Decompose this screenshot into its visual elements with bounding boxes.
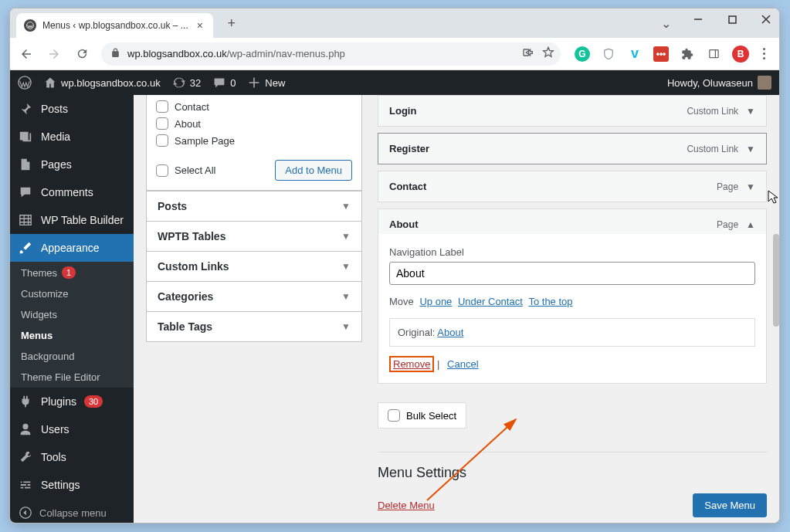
collapse-icon — [18, 505, 33, 520]
accordion-custom-links[interactable]: Custom Links▼ — [146, 252, 362, 282]
sidebar-comments[interactable]: Comments — [10, 178, 134, 206]
scrollbar-thumb[interactable] — [773, 234, 779, 327]
maximize-icon[interactable] — [722, 12, 742, 27]
sidebar-plugins[interactable]: Plugins30 — [10, 388, 134, 415]
extensions-icon[interactable] — [680, 46, 695, 62]
new-tab-button[interactable]: + — [222, 14, 241, 32]
red-ext-icon[interactable]: ••• — [653, 46, 669, 62]
lock-icon — [110, 47, 121, 61]
delete-menu-link[interactable]: Delete Menu — [378, 500, 435, 511]
submenu-background[interactable]: Background — [10, 346, 134, 367]
back-button[interactable] — [15, 42, 38, 66]
add-to-menu-button[interactable]: Add to Menu — [275, 160, 352, 181]
move-row: Move Up one Under Contact To the top — [389, 296, 755, 307]
chk-select-all[interactable]: Select All — [156, 162, 215, 179]
svg-rect-6 — [709, 50, 717, 58]
accordion-posts[interactable]: Posts▼ — [146, 191, 362, 222]
move-to-top[interactable]: To the top — [528, 296, 572, 307]
menu-structure-column: Login Custom Link▼ Register Custom Link▼… — [378, 95, 767, 517]
submenu-widgets[interactable]: Widgets — [10, 304, 134, 325]
extensions-area: G v ••• B — [568, 46, 775, 63]
comments-link[interactable]: 0 — [213, 76, 236, 89]
table-icon — [18, 212, 33, 228]
chevron-down-icon: ▼ — [746, 106, 755, 117]
site-link[interactable]: wp.blogsandbox.co.uk — [44, 76, 161, 89]
url-bar[interactable]: wp.blogsandbox.co.uk/wp-admin/nav-menus.… — [101, 42, 561, 66]
wrench-icon — [18, 449, 33, 465]
move-under-contact[interactable]: Under Contact — [458, 296, 523, 307]
chevron-down-icon: ▼ — [341, 231, 351, 242]
sidebar-posts[interactable]: Posts — [10, 95, 134, 123]
bookmark-icon[interactable] — [542, 46, 554, 62]
shield-ext-icon[interactable] — [601, 46, 616, 62]
sidebar-tools[interactable]: Tools — [10, 443, 134, 471]
remove-link[interactable]: Remove — [393, 358, 430, 370]
browser-tab[interactable]: Menus ‹ wp.blogsandbox.co.uk – ... × — [16, 13, 213, 38]
chrome-menu-icon[interactable] — [760, 48, 768, 59]
accordion-categories[interactable]: Categories▼ — [146, 282, 362, 312]
forward-button[interactable] — [42, 42, 66, 66]
address-bar: wp.blogsandbox.co.uk/wp-admin/nav-menus.… — [10, 38, 779, 70]
sidebar-pages[interactable]: Pages — [10, 151, 134, 178]
sidebar-users[interactable]: Users — [10, 415, 134, 443]
cancel-link[interactable]: Cancel — [447, 358, 478, 370]
save-menu-button[interactable]: Save Menu — [693, 493, 767, 517]
vimeo-ext-icon[interactable]: v — [627, 46, 643, 62]
nav-label-input[interactable] — [389, 262, 755, 285]
original-link[interactable]: About — [437, 327, 463, 338]
media-icon — [18, 129, 33, 144]
comment-icon — [18, 185, 33, 200]
collapse-menu[interactable]: Collapse menu — [10, 499, 134, 523]
wp-logo-icon[interactable] — [18, 76, 32, 90]
sidebar-media[interactable]: Media — [10, 123, 134, 151]
accordion-wptb-tables[interactable]: WPTB Tables▼ — [146, 222, 362, 252]
menu-item-register[interactable]: Register Custom Link▼ — [378, 133, 767, 164]
wp-content: Contact About Sample Page Select All Add… — [134, 95, 779, 523]
user-icon — [18, 422, 33, 437]
chk-about[interactable]: About — [156, 115, 352, 132]
nav-label-caption: Navigation Label — [389, 246, 464, 258]
menu-item-contact[interactable]: Contact Page▼ — [378, 171, 767, 202]
bulk-select[interactable]: Bulk Select — [378, 402, 466, 429]
menu-item-login[interactable]: Login Custom Link▼ — [378, 95, 767, 127]
url-text: wp.blogsandbox.co.uk/wp-admin/nav-menus.… — [127, 48, 345, 59]
chk-contact[interactable]: Contact — [156, 98, 352, 115]
chevron-down-icon: ▼ — [341, 291, 351, 302]
move-up-one[interactable]: Up one — [419, 296, 452, 307]
chevron-down-icon: ▼ — [746, 181, 755, 192]
page-icon — [18, 157, 33, 172]
sidebar-wptb[interactable]: WP Table Builder — [10, 206, 134, 234]
reload-button[interactable] — [70, 42, 93, 66]
minimize-icon[interactable] — [688, 12, 708, 27]
chk-sample[interactable]: Sample Page — [156, 132, 352, 149]
tabs-menu-icon[interactable]: ⌄ — [661, 16, 671, 31]
chevron-up-icon: ▲ — [746, 219, 755, 230]
submenu-themes[interactable]: Themes1 — [10, 262, 134, 283]
menu-item-about-settings: Navigation Label Move Up one Under Conta… — [378, 234, 767, 384]
plugins-badge: 30 — [84, 395, 103, 408]
sidepanel-icon[interactable] — [706, 46, 721, 62]
updates-link[interactable]: 32 — [173, 76, 201, 89]
themes-badge: 1 — [62, 266, 76, 279]
sidebar-settings[interactable]: Settings — [10, 471, 134, 499]
new-link[interactable]: New — [248, 76, 285, 89]
submenu-theme-file-editor[interactable]: Theme File Editor — [10, 367, 134, 388]
share-icon[interactable] — [522, 46, 534, 62]
brush-icon — [18, 240, 33, 256]
chevron-down-icon: ▼ — [341, 321, 351, 332]
browser-titlebar: Menus ‹ wp.blogsandbox.co.uk – ... × + ⌄ — [10, 8, 779, 38]
sliders-icon — [18, 477, 33, 493]
submenu-customize[interactable]: Customize — [10, 283, 134, 304]
plug-icon — [18, 394, 33, 409]
close-tab-icon[interactable]: × — [195, 20, 205, 31]
sidebar-appearance[interactable]: Appearance — [10, 234, 134, 262]
grammarly-ext-icon[interactable]: G — [575, 46, 590, 62]
howdy-link[interactable]: Howdy, Oluwaseun — [667, 76, 771, 90]
profile-avatar[interactable]: B — [732, 46, 749, 63]
wp-sidebar: Posts Media Pages Comments WP Table Buil… — [10, 95, 134, 523]
close-window-icon[interactable] — [756, 12, 776, 27]
accordion-table-tags[interactable]: Table Tags▼ — [146, 312, 362, 342]
pin-icon — [18, 101, 33, 117]
window-controls — [688, 12, 776, 27]
submenu-menus[interactable]: Menus — [10, 325, 134, 346]
